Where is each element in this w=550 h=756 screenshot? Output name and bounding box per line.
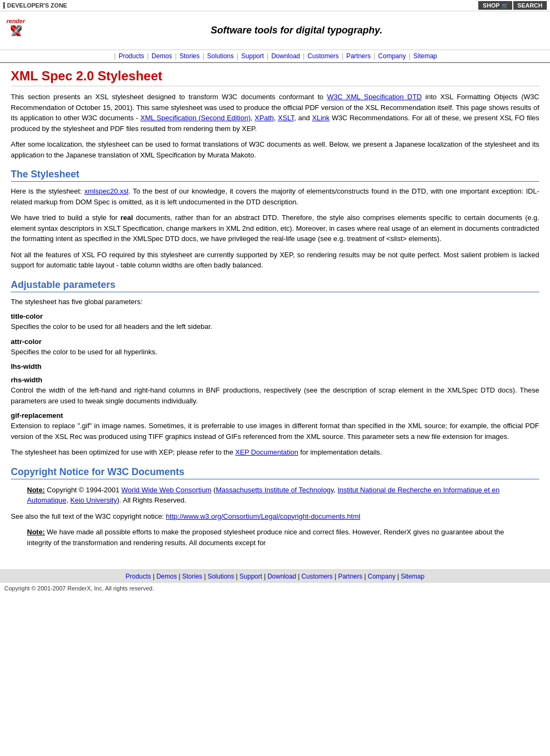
cart-icon: 🛒 <box>501 3 508 9</box>
copyright-note-2: Note: We have made all possible efforts … <box>27 527 523 548</box>
xml-spec-second-edition-link[interactable]: XML Specification (Second Edition) <box>140 114 250 122</box>
nav-download[interactable]: Download <box>271 52 300 60</box>
search-button[interactable]: SEARCH <box>513 1 547 10</box>
footer-demos[interactable]: Demos <box>156 573 177 580</box>
param-lhs-width: lhs-width <box>11 362 539 370</box>
copyright-url-link[interactable]: http://www.w3.org/Consortium/Legal/copyr… <box>166 512 361 520</box>
footer-nav: Products | Demos | Stories | Solutions |… <box>0 569 550 583</box>
tagline-area: Software tools for digital typography. <box>49 25 545 36</box>
page-title: XML Spec 2.0 Stylesheet <box>11 68 539 86</box>
intro-paragraph-1: This section presents an XSL stylesheet … <box>11 92 539 134</box>
footer-company[interactable]: Company <box>368 573 395 580</box>
adjustable-closing: The stylesheet has been optimized for us… <box>11 447 539 458</box>
footer-customers[interactable]: Customers <box>301 573 333 580</box>
footer-support[interactable]: Support <box>239 573 262 580</box>
nav-demos[interactable]: Demos <box>152 52 172 60</box>
w3c-xml-spec-dtd-link[interactable]: W3C XML Specification DTD <box>327 93 422 101</box>
copyright-note-1: Note: Copyright © 1994-2001 World Wide W… <box>27 485 523 506</box>
see-also: See also the full text of the W3C copyri… <box>11 511 539 522</box>
shop-button[interactable]: SHOP 🛒 <box>478 1 512 10</box>
top-right-buttons: SHOP 🛒 SEARCH <box>478 1 547 10</box>
stylesheet-section-title: The Stylesheet <box>11 169 539 182</box>
param-title-color: title-color <box>11 312 539 320</box>
nav-support[interactable]: Support <box>241 52 264 60</box>
tagline: Software tools for digital typography. <box>49 25 545 36</box>
stylesheet-paragraph-1: Here is the stylesheet: xmlspec20.xsl. T… <box>11 186 539 207</box>
xslt-link[interactable]: XSLT <box>278 114 294 122</box>
adjustable-params-link[interactable]: Adjustable parameters <box>11 279 115 290</box>
footer-stories[interactable]: Stories <box>182 573 202 580</box>
footer-download[interactable]: Download <box>267 573 296 580</box>
svg-text:render: render <box>6 18 25 24</box>
header: render Software tools for digital typogr… <box>0 11 550 50</box>
stylesheet-paragraph-3: Not all the features of XSL FO required … <box>11 250 539 271</box>
nav-stories[interactable]: Stories <box>180 52 200 60</box>
logo: render <box>5 16 49 45</box>
nav-products[interactable]: Products <box>119 52 144 60</box>
intro-paragraph-2: After some localization, the stylesheet … <box>11 139 539 160</box>
param-rhs-width-desc: Control the width of the left-hand and r… <box>11 385 539 406</box>
adjustable-intro: The stylesheet has five global parameter… <box>11 297 539 307</box>
nav-separator: | <box>114 52 115 60</box>
nav-bar: | Products | Demos | Stories | Solutions… <box>0 50 550 63</box>
adjustable-section-title: Adjustable parameters <box>11 279 539 292</box>
footer-copyright: Copyright © 2001-2007 RenderX, Inc. All … <box>0 583 550 594</box>
xpath-link[interactable]: XPath <box>255 114 273 122</box>
top-bar: DEVELOPER'S ZONE SHOP 🛒 SEARCH <box>0 0 550 11</box>
footer-solutions[interactable]: Solutions <box>208 573 234 580</box>
copyright-title-link[interactable]: Copyright Notice for W3C Documents <box>11 466 184 477</box>
w3c-link[interactable]: World Wide Web Consortium <box>121 486 211 494</box>
mit-link[interactable]: Massachusetts Institute of Technology <box>216 486 333 494</box>
nav-sitemap[interactable]: Sitemap <box>414 52 437 60</box>
keio-link[interactable]: Keio University <box>70 496 117 504</box>
nav-solutions[interactable]: Solutions <box>207 52 233 60</box>
param-gif-replacement: gif-replacement <box>11 411 539 420</box>
main-content: XML Spec 2.0 Stylesheet This section pre… <box>0 63 550 559</box>
xmlspec20-link[interactable]: xmlspec20.xsl <box>84 187 128 195</box>
xep-documentation-link[interactable]: XEP Documentation <box>235 448 298 456</box>
param-gif-replacement-desc: Extension to replace ".gif" in image nam… <box>11 421 539 442</box>
developer-zone-label: DEVELOPER'S ZONE <box>3 2 67 9</box>
note-label-2: Note: <box>27 528 45 536</box>
copyright-section-title: Copyright Notice for W3C Documents <box>11 466 539 479</box>
nav-customers[interactable]: Customers <box>307 52 339 60</box>
param-rhs-width: rhs-width <box>11 376 539 384</box>
footer-products[interactable]: Products <box>126 573 151 580</box>
footer-partners[interactable]: Partners <box>338 573 362 580</box>
xlink-link[interactable]: XLink <box>312 114 330 122</box>
param-title-color-desc: Specifies the color to be used for all h… <box>11 321 539 332</box>
footer-sitemap[interactable]: Sitemap <box>401 573 424 580</box>
param-attr-color: attr-color <box>11 338 539 346</box>
note-label-1: Note: <box>27 486 45 494</box>
nav-partners[interactable]: Partners <box>346 52 370 60</box>
param-attr-color-desc: Specifies the color to be used for all h… <box>11 347 539 358</box>
stylesheet-paragraph-2: We have tried to build a style for real … <box>11 212 539 244</box>
nav-company[interactable]: Company <box>378 52 405 60</box>
